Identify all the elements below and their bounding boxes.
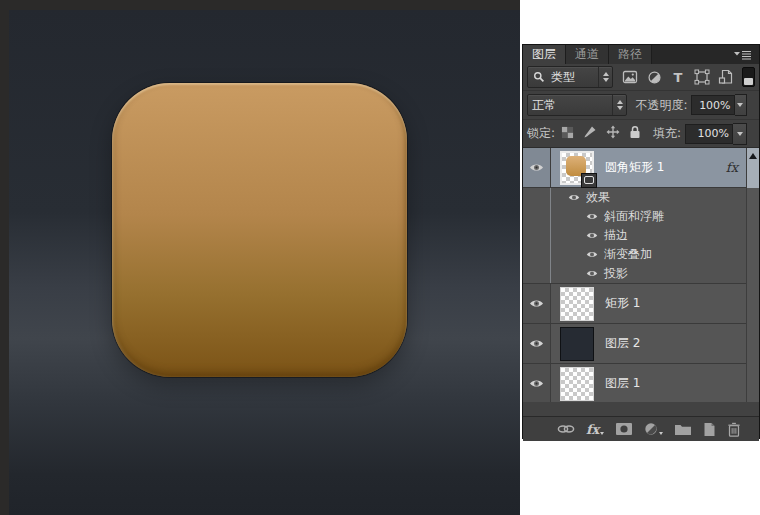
- tab-paths[interactable]: 路径: [609, 45, 652, 64]
- visibility-eye-icon[interactable]: [523, 148, 551, 187]
- effect-label: 描边: [604, 227, 628, 244]
- tab-layers[interactable]: 图层: [523, 45, 566, 64]
- layer-row-layer-1[interactable]: 图层 1: [523, 364, 746, 402]
- scrollbar-track[interactable]: [747, 188, 759, 402]
- tab-channels[interactable]: 通道: [566, 45, 609, 64]
- new-group-folder-icon[interactable]: [674, 420, 692, 438]
- effects-eye-icon[interactable]: [568, 193, 580, 202]
- blend-mode-stepper-icon: [612, 95, 626, 115]
- lock-label: 锁定:: [527, 125, 555, 142]
- layer-thumbnail[interactable]: [557, 364, 597, 403]
- shape-layer-filter-icon[interactable]: [694, 69, 710, 85]
- photoshop-workspace: 图层 通道 路径 类型: [0, 0, 760, 515]
- effects-header-row[interactable]: 效果: [523, 188, 746, 207]
- search-icon: [531, 69, 547, 85]
- filter-toggle-knob: [744, 78, 753, 85]
- layer-thumbnail[interactable]: [557, 284, 597, 324]
- type-layer-filter-icon[interactable]: T: [670, 69, 686, 85]
- lock-pixels-brush-icon[interactable]: [583, 125, 597, 142]
- lock-transparency-icon[interactable]: [561, 126, 574, 142]
- delete-layer-trash-icon[interactable]: [727, 420, 741, 438]
- link-layers-icon[interactable]: [557, 420, 575, 438]
- type-letter: T: [674, 71, 683, 84]
- opacity-label: 不透明度:: [635, 97, 687, 114]
- opacity-dropdown-button[interactable]: [735, 94, 747, 116]
- pasteboard: [0, 0, 520, 515]
- fill-dropdown-button[interactable]: [733, 123, 747, 145]
- filter-type-stepper-icon: [598, 67, 612, 87]
- layer-thumbnail[interactable]: [557, 324, 597, 364]
- layer-filter-row: 类型 T: [523, 64, 759, 91]
- layer-row-rounded-rectangle-1[interactable]: 圆角矩形 1 fx: [523, 148, 746, 188]
- fill-label: 填充:: [653, 125, 681, 142]
- new-adjustment-layer-icon[interactable]: [644, 420, 663, 438]
- visibility-eye-icon[interactable]: [523, 364, 551, 402]
- opacity-input[interactable]: 100%: [691, 95, 734, 115]
- effect-eye-icon[interactable]: [586, 250, 598, 259]
- filter-type-dropdown[interactable]: 类型: [527, 66, 613, 88]
- lock-position-move-icon[interactable]: [606, 125, 620, 142]
- lock-fill-row: 锁定: 填充: 100%: [523, 120, 759, 148]
- blend-mode-value: 正常: [528, 97, 560, 114]
- smart-object-filter-icon[interactable]: [718, 69, 734, 85]
- effect-eye-icon[interactable]: [586, 269, 598, 278]
- effect-label: 斜面和浮雕: [604, 208, 664, 225]
- lock-icons: [561, 125, 641, 142]
- fill-input[interactable]: 100%: [685, 124, 733, 144]
- visibility-eye-icon[interactable]: [523, 284, 551, 323]
- blend-opacity-row: 正常 不透明度: 100%: [523, 91, 759, 120]
- effects-header-label: 效果: [586, 189, 610, 206]
- filter-toggle-switch[interactable]: [742, 67, 755, 87]
- adjustment-layer-filter-icon[interactable]: [646, 69, 662, 85]
- panel-menu-icon[interactable]: [734, 49, 752, 63]
- layers-panel: 图层 通道 路径 类型: [522, 44, 760, 439]
- add-layer-mask-icon[interactable]: [615, 420, 633, 438]
- effect-row-gradient-overlay[interactable]: 渐变叠加: [523, 245, 746, 264]
- layers-bottom-bar: fx: [523, 416, 759, 441]
- filter-type-label: 类型: [547, 69, 579, 86]
- layers-scrollbar[interactable]: [746, 148, 759, 402]
- layers-list: 圆角矩形 1 fx 效果: [523, 148, 759, 402]
- effect-row-bevel-emboss[interactable]: 斜面和浮雕: [523, 207, 746, 226]
- panel-tab-bar: 图层 通道 路径: [523, 45, 759, 64]
- layer-row-rectangle-1[interactable]: 矩形 1: [523, 284, 746, 324]
- effect-eye-icon[interactable]: [586, 212, 598, 221]
- new-layer-icon[interactable]: [703, 420, 716, 438]
- visibility-eye-icon[interactable]: [523, 324, 551, 363]
- layer-name[interactable]: 圆角矩形 1: [605, 159, 664, 176]
- layer-name[interactable]: 图层 2: [605, 335, 640, 352]
- panel-spacer: [523, 402, 759, 416]
- effects-indent-line: [550, 188, 551, 283]
- layer-name[interactable]: 矩形 1: [605, 295, 640, 312]
- layer-fx-badge[interactable]: fx: [726, 160, 738, 175]
- scrollbar-up-arrow[interactable]: [747, 148, 759, 188]
- document-canvas[interactable]: [9, 10, 520, 515]
- filter-icons: T: [622, 69, 734, 85]
- effect-label: 渐变叠加: [604, 246, 652, 263]
- blend-mode-dropdown[interactable]: 正常: [527, 94, 627, 116]
- add-layer-style-icon[interactable]: fx: [586, 420, 604, 438]
- effect-label: 投影: [604, 265, 628, 282]
- rounded-rectangle-shape[interactable]: [112, 83, 407, 377]
- pixel-layer-filter-icon[interactable]: [622, 69, 638, 85]
- effect-row-drop-shadow[interactable]: 投影: [523, 264, 746, 283]
- lock-all-padlock-icon[interactable]: [629, 125, 641, 142]
- tab-paths-label: 路径: [618, 46, 642, 63]
- layer-thumbnail[interactable]: [557, 148, 597, 188]
- layer-effects-block: 效果 斜面和浮雕 描边: [523, 188, 746, 284]
- vector-mask-badge-icon: [581, 173, 597, 188]
- tab-channels-label: 通道: [575, 46, 599, 63]
- effect-row-stroke[interactable]: 描边: [523, 226, 746, 245]
- fx-text: fx: [586, 422, 599, 437]
- layer-name[interactable]: 图层 1: [605, 375, 640, 392]
- effect-eye-icon[interactable]: [586, 231, 598, 240]
- tab-layers-label: 图层: [532, 46, 556, 63]
- layer-row-layer-2[interactable]: 图层 2: [523, 324, 746, 364]
